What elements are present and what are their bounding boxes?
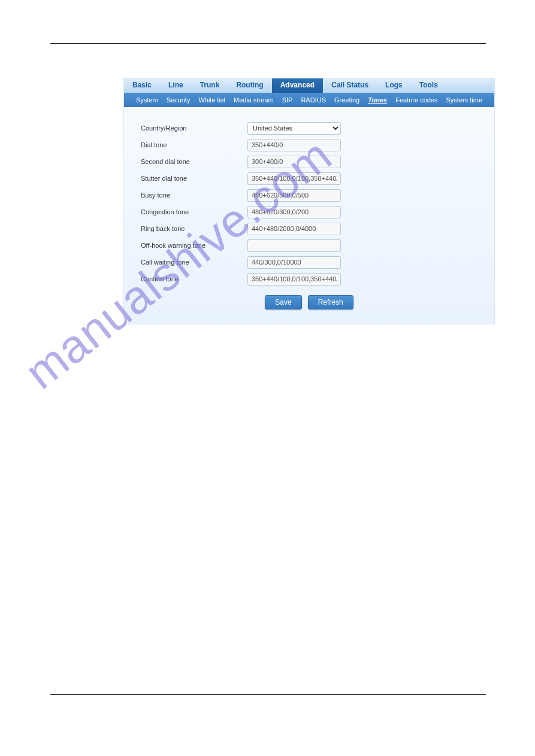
subtab-system[interactable]: System	[136, 96, 158, 104]
subtab-media-stream[interactable]: Media stream	[234, 96, 274, 104]
row-off-hook-warning-tone: Off-hook warning tone	[136, 239, 482, 252]
tab-call-status[interactable]: Call Status	[323, 78, 377, 93]
input-dial-tone[interactable]	[247, 139, 341, 151]
subtab-tones[interactable]: Tones	[368, 96, 387, 104]
input-ring-back-tone[interactable]	[247, 223, 341, 235]
row-second-dial-tone: Second dial tone	[136, 155, 482, 168]
label-dial-tone: Dial tone	[136, 141, 247, 148]
tab-advanced[interactable]: Advanced	[272, 78, 323, 93]
save-button[interactable]: Save	[265, 295, 301, 309]
subtab-system-time[interactable]: System time	[446, 96, 483, 104]
label-country-region: Country/Region	[136, 125, 247, 132]
label-busy-tone: Busy tone	[136, 192, 247, 199]
label-second-dial-tone: Second dial tone	[136, 158, 247, 165]
tones-form: Country/Region United States Dial tone S…	[124, 107, 494, 324]
label-confirm-tone: Confirm tone	[136, 275, 247, 283]
subtab-security[interactable]: Security	[167, 96, 191, 104]
label-ring-back-tone: Ring back tone	[136, 225, 247, 232]
row-call-waiting-tone: Call waiting tone	[136, 256, 482, 269]
row-stutter-dial-tone: Stutter dial tone	[136, 172, 482, 185]
select-country-region[interactable]: United States	[247, 122, 341, 135]
sub-tab-bar: System Security White list Media stream …	[124, 93, 494, 107]
subtab-greeting[interactable]: Greeting	[334, 96, 359, 104]
input-call-waiting-tone[interactable]	[247, 256, 341, 269]
subtab-sip[interactable]: SIP	[282, 96, 293, 104]
label-congestion-tone: Congestion tone	[136, 208, 247, 215]
tab-routing[interactable]: Routing	[228, 78, 271, 93]
row-ring-back-tone: Ring back tone	[136, 222, 482, 235]
tab-tools[interactable]: Tools	[411, 78, 446, 93]
input-second-dial-tone[interactable]	[247, 156, 341, 168]
subtab-feature-codes[interactable]: Feature codes	[395, 96, 437, 104]
label-off-hook-warning-tone: Off-hook warning tone	[136, 242, 247, 249]
row-busy-tone: Busy tone	[136, 189, 482, 202]
row-confirm-tone: Confirm tone	[136, 272, 482, 286]
input-stutter-dial-tone[interactable]	[247, 172, 341, 185]
tab-logs[interactable]: Logs	[377, 78, 411, 93]
app-panel: Basic Line Trunk Routing Advanced Call S…	[123, 78, 495, 324]
input-congestion-tone[interactable]	[247, 206, 341, 218]
form-button-row: Save Refresh	[136, 289, 482, 313]
row-congestion-tone: Congestion tone	[136, 205, 482, 218]
input-confirm-tone[interactable]	[247, 273, 341, 286]
tab-line[interactable]: Line	[160, 78, 192, 93]
page-top-rule	[50, 43, 486, 44]
row-dial-tone: Dial tone	[136, 138, 482, 151]
subtab-radius[interactable]: RADIUS	[301, 96, 326, 104]
refresh-button[interactable]: Refresh	[308, 295, 353, 309]
label-call-waiting-tone: Call waiting tone	[136, 259, 247, 266]
subtab-white-list[interactable]: White list	[198, 96, 225, 104]
row-country-region: Country/Region United States	[136, 122, 482, 135]
page-bottom-rule	[50, 694, 486, 695]
tab-basic[interactable]: Basic	[124, 78, 160, 93]
label-stutter-dial-tone: Stutter dial tone	[136, 175, 247, 182]
main-tab-bar: Basic Line Trunk Routing Advanced Call S…	[124, 78, 494, 93]
input-busy-tone[interactable]	[247, 189, 341, 202]
tab-trunk[interactable]: Trunk	[192, 78, 228, 93]
input-off-hook-warning-tone[interactable]	[247, 239, 341, 252]
